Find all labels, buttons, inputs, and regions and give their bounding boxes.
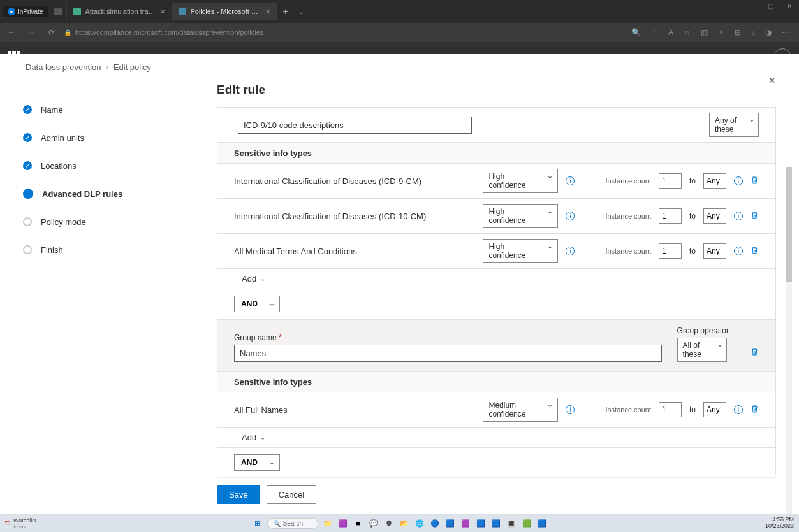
refresh-button[interactable]: ⟳	[45, 27, 59, 38]
add-sit-button[interactable]: Add ⌄	[238, 433, 265, 442]
window-minimize[interactable]: ─	[742, 0, 761, 11]
confidence-select[interactable]: High confidence	[483, 169, 558, 193]
required-asterisk: *	[279, 333, 282, 342]
a-icon[interactable]: A	[666, 27, 675, 38]
browser-tab-1[interactable]: Attack simulation training - Mic ✕	[67, 3, 172, 20]
close-panel-button[interactable]: ✕	[768, 75, 776, 85]
confidence-select[interactable]: High confidence	[483, 204, 558, 228]
taskbar-app-13[interactable]: 🔳	[506, 517, 517, 529]
breadcrumb-item-2: Edit policy	[114, 62, 151, 72]
info-icon[interactable]: i	[566, 405, 575, 414]
taskbar-app-8[interactable]: 🔵	[429, 517, 441, 529]
collections-icon[interactable]: ✧	[716, 27, 726, 38]
delete-sit-button[interactable]	[751, 211, 759, 222]
start-button[interactable]: ⊞	[252, 517, 263, 529]
step-advanced-dlp-rules[interactable]: Advanced DLP rules	[23, 180, 202, 208]
step-locations[interactable]: Locations	[23, 152, 202, 180]
taskbar-app-12[interactable]: 🟦	[490, 517, 502, 529]
group-1-name-input[interactable]	[238, 117, 472, 134]
window-maximize[interactable]: ▢	[761, 0, 780, 11]
info-icon[interactable]: i	[566, 212, 575, 220]
news-title[interactable]: Watchlist	[13, 517, 36, 524]
more-icon[interactable]: ⋯	[780, 27, 791, 38]
taskbar-app-2[interactable]: 🟪	[337, 517, 349, 529]
info-icon[interactable]: i	[566, 176, 575, 185]
delete-group-button[interactable]	[751, 347, 759, 358]
tab-title: Policies - Microsoft Purview	[190, 8, 261, 15]
delete-sit-button[interactable]	[751, 405, 759, 415]
tab-list-icon	[54, 8, 62, 15]
step-check-icon	[23, 161, 32, 170]
back-button[interactable]: ←	[4, 27, 19, 38]
group-2-name-input[interactable]	[234, 345, 662, 362]
taskbar-app-3[interactable]: ■	[353, 517, 364, 529]
scrollbar-thumb[interactable]	[786, 167, 792, 282]
step-finish[interactable]: Finish	[23, 236, 202, 264]
read-aloud-icon[interactable]: ⬚	[649, 27, 660, 38]
instance-count-high[interactable]	[703, 208, 726, 224]
browser-tab-workspaces[interactable]	[50, 3, 67, 20]
wizard-steps-sidebar: Name Admin units Locations Advanced DLP …	[0, 73, 202, 514]
close-icon[interactable]: ✕	[265, 8, 270, 15]
browser-tab-2[interactable]: Policies - Microsoft Purview ✕	[172, 3, 277, 20]
inprivate-badge: ● InPrivate	[3, 6, 48, 17]
taskbar-app-10[interactable]: 🟪	[460, 517, 471, 529]
taskbar-app-11[interactable]: 🟦	[475, 517, 487, 529]
info-icon[interactable]: i	[734, 176, 743, 185]
instance-count-low[interactable]	[659, 243, 682, 259]
account-icon[interactable]: ◑	[763, 27, 773, 38]
taskbar-app-5[interactable]: ⚙	[383, 517, 395, 529]
close-icon[interactable]: ✕	[160, 8, 165, 15]
step-name[interactable]: Name	[23, 96, 202, 124]
extensions-icon[interactable]: ⊞	[733, 27, 743, 38]
save-button[interactable]: Save	[217, 485, 260, 504]
instance-count-low[interactable]	[659, 208, 682, 224]
operator-select[interactable]: AND	[234, 454, 280, 471]
zoom-icon[interactable]: 🔍	[629, 27, 643, 38]
taskbar-date[interactable]: 10/23/2023	[765, 523, 794, 529]
chevron-down-icon: ⌄	[260, 434, 265, 441]
delete-sit-button[interactable]	[751, 246, 759, 257]
confidence-select[interactable]: Medium confidence	[483, 398, 558, 422]
taskbar-app-7[interactable]: 🌐	[414, 517, 425, 529]
news-icon[interactable]: 🛡	[5, 520, 11, 526]
instance-count-low[interactable]	[659, 173, 682, 189]
info-icon[interactable]: i	[734, 247, 743, 255]
cancel-button[interactable]: Cancel	[267, 485, 316, 504]
info-icon[interactable]: i	[734, 405, 743, 414]
favorite-icon[interactable]: ☆	[682, 27, 693, 38]
info-icon[interactable]: i	[566, 247, 575, 255]
taskbar-app-1[interactable]: 📁	[322, 517, 334, 529]
info-icon[interactable]: i	[734, 212, 743, 220]
group-2-operator-select[interactable]: All of these	[677, 338, 727, 362]
taskbar-app-6[interactable]: 📂	[399, 517, 410, 529]
confidence-select[interactable]: High confidence	[483, 239, 558, 263]
taskbar-search[interactable]: 🔍 Search	[267, 518, 318, 529]
edit-rule-panel: ✕ Edit rule Any of these Sensitive info …	[202, 73, 799, 514]
address-bar[interactable]: 🔒 https://compliance.microsoft.com/datal…	[64, 29, 624, 36]
operator-row-1: AND	[217, 289, 776, 319]
window-close[interactable]: ✕	[780, 0, 799, 11]
taskbar-app-15[interactable]: 🟦	[536, 517, 548, 529]
operator-row-2: AND	[217, 448, 776, 475]
tab-actions-chevron[interactable]: ⌄	[293, 8, 309, 15]
new-tab-button[interactable]: +	[277, 6, 293, 17]
step-policy-mode[interactable]: Policy mode	[23, 208, 202, 236]
instance-count-low[interactable]	[659, 402, 682, 417]
instance-count-high[interactable]	[703, 173, 726, 189]
group-1-operator-select[interactable]: Any of these	[709, 113, 759, 137]
taskbar-app-14[interactable]: 🟩	[521, 517, 532, 529]
operator-select[interactable]: AND	[234, 296, 280, 312]
url-text: https://compliance.microsoft.com/datalos…	[75, 29, 263, 36]
delete-sit-button[interactable]	[751, 176, 759, 187]
instance-count-high[interactable]	[703, 243, 726, 259]
breadcrumb-item-1[interactable]: Data loss prevention	[26, 62, 101, 72]
taskbar-app-9[interactable]: 🟦	[444, 517, 456, 529]
to-label: to	[689, 212, 696, 220]
downloads-icon[interactable]: ↓	[749, 27, 757, 38]
step-admin-units[interactable]: Admin units	[23, 124, 202, 152]
split-icon[interactable]: ▥	[699, 27, 710, 38]
taskbar-app-4[interactable]: 💬	[368, 517, 379, 529]
add-sit-button[interactable]: Add ⌄	[238, 274, 265, 284]
instance-count-high[interactable]	[703, 402, 726, 417]
